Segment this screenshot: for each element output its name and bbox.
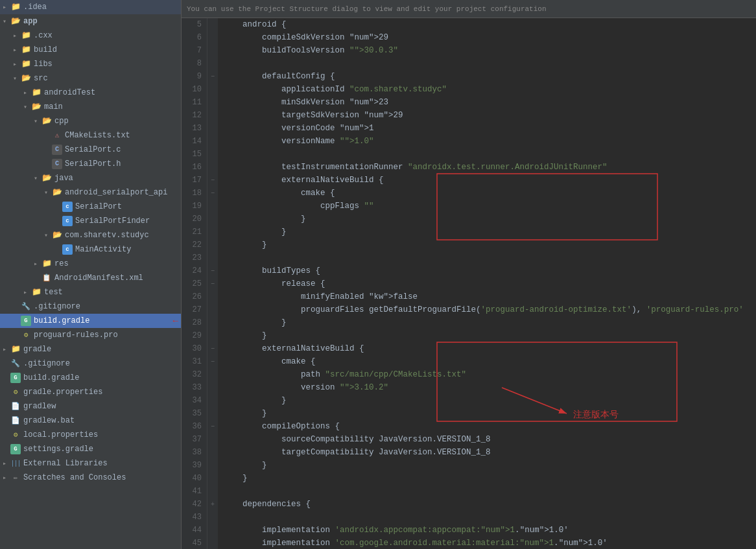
tree-label-SerialPortFinder: SerialPortFinder: [75, 216, 178, 226]
fold-open-31[interactable]: [207, 355, 218, 368]
sidebar-item-SerialPortFinder[interactable]: SerialPortFinder: [0, 214, 181, 228]
code-line-12: targetSdkVersion "num">29: [223, 109, 751, 122]
code-line-6: compileSdkVersion "num">29: [223, 31, 751, 44]
tree-arrow-androidTest[interactable]: [23, 89, 31, 97]
gradle-icon: [10, 373, 21, 383]
sidebar-item-settings_gradle[interactable]: settings.gradle: [0, 442, 181, 456]
tree-arrow-com_sharetv_studyc[interactable]: [44, 231, 52, 239]
tree-arrow-cxx[interactable]: [13, 32, 21, 40]
java-icon: [62, 202, 73, 212]
tree-arrow-external_libs[interactable]: [3, 460, 10, 467]
tree-arrow-app[interactable]: [3, 18, 10, 25]
tree-label-MainActivity: MainActivity: [75, 245, 178, 254]
tree-arrow-cpp[interactable]: [34, 117, 41, 125]
sidebar-item-app[interactable]: app: [0, 14, 181, 29]
fold-open-36[interactable]: [207, 420, 218, 433]
sidebar-item-gradlew[interactable]: gradlew: [0, 399, 181, 414]
code-line-31: cmake {: [223, 355, 751, 368]
sidebar-item-SerialPort_c[interactable]: SerialPort.c: [0, 143, 181, 157]
code-line-40: }: [223, 472, 751, 485]
tree-arrow-res[interactable]: [34, 260, 41, 268]
sidebar-item-build_gradle_root[interactable]: build.gradle: [0, 371, 181, 385]
sidebar-item-gitignore_root[interactable]: .gitignore: [0, 356, 181, 371]
properties-icon: [10, 430, 21, 440]
bat-icon: [10, 415, 21, 426]
tree-label-app: app: [23, 17, 178, 26]
sidebar-item-com_sharetv_studyc[interactable]: com.sharetv.studyc: [0, 228, 181, 242]
tree-label-com_sharetv_studyc: com.sharetv.studyc: [65, 231, 178, 240]
cmake-icon: [52, 130, 62, 141]
scratch-icon: [10, 473, 21, 483]
code-line-30: externalNativeBuild {: [223, 342, 751, 355]
code-line-8: [223, 57, 751, 70]
sidebar-item-main[interactable]: main: [0, 100, 181, 114]
tree-arrow-gradle[interactable]: [3, 345, 10, 353]
code-line-7: buildToolsVersion "">30.0.3": [223, 44, 751, 57]
sidebar-item-idea[interactable]: .idea: [0, 0, 181, 14]
code-line-5: android {: [223, 18, 751, 31]
sidebar-item-android_serialport_api[interactable]: android_serialport_api: [0, 185, 181, 200]
sidebar-item-local_properties[interactable]: local.properties: [0, 428, 181, 442]
gradle-icon: [10, 444, 21, 454]
tree-label-gitignore_root: .gitignore: [23, 359, 178, 368]
fold-open-25[interactable]: [207, 277, 218, 290]
tree-label-build_gradle_root: build.gradle: [23, 373, 178, 382]
code-line-27: proguardFiles getDefaultProguardFile('pr…: [223, 303, 751, 316]
code-line-15: [223, 148, 751, 161]
tree-label-gradlew: gradlew: [23, 402, 178, 411]
sidebar-item-test[interactable]: test: [0, 285, 181, 299]
fold-closed-42[interactable]: [207, 498, 218, 511]
tree-arrow-main[interactable]: [23, 103, 31, 111]
tree-label-gradle: gradle: [23, 345, 178, 354]
tree-label-CMakeLists: CMakeLists.txt: [65, 131, 178, 140]
code-line-10: applicationId "com.sharetv.studyc": [223, 83, 751, 96]
tree-arrow-java[interactable]: [34, 174, 41, 182]
code-container[interactable]: 5678910111213141516171819202122232425262…: [182, 18, 756, 549]
code-line-28: }: [223, 316, 751, 329]
sidebar-item-src[interactable]: src: [0, 71, 181, 86]
folder-icon: [21, 30, 31, 41]
code-line-42: dependencies {: [223, 498, 751, 511]
code-line-33: version "">3.10.2": [223, 381, 751, 394]
tree-arrow-libs[interactable]: [13, 60, 21, 68]
sidebar-item-SerialPort[interactable]: SerialPort: [0, 200, 181, 214]
ext-lib-icon: [10, 458, 21, 469]
tree-label-build_gradle: build.gradle: [34, 316, 171, 325]
tree-arrow-build[interactable]: [13, 46, 21, 54]
sidebar-item-res[interactable]: res: [0, 257, 181, 271]
tree-arrow-idea[interactable]: [3, 3, 10, 11]
sidebar-item-SerialPort_h[interactable]: SerialPort.h: [0, 157, 181, 171]
sidebar-item-java[interactable]: java: [0, 171, 181, 185]
fold-open-30[interactable]: [207, 342, 218, 355]
sidebar-item-CMakeLists[interactable]: CMakeLists.txt: [0, 128, 181, 143]
sidebar-item-cpp[interactable]: cpp: [0, 114, 181, 128]
fold-open-18[interactable]: [207, 187, 218, 200]
sidebar-item-MainActivity[interactable]: MainActivity: [0, 242, 181, 257]
sidebar-item-gradlew_bat[interactable]: gradlew.bat: [0, 414, 181, 428]
fold-open-9[interactable]: [207, 70, 218, 83]
tree-label-libs: libs: [34, 60, 178, 69]
sidebar-item-cxx[interactable]: .cxx: [0, 29, 181, 43]
tree-label-gradlew_bat: gradlew.bat: [23, 416, 178, 425]
sidebar-item-libs[interactable]: libs: [0, 57, 181, 71]
tree-arrow-test[interactable]: [23, 288, 31, 296]
sidebar-item-androidTest[interactable]: androidTest: [0, 86, 181, 100]
folder-icon: [10, 344, 21, 355]
tree-arrow-android_serialport_api[interactable]: [44, 189, 52, 196]
sidebar-item-gitignore_app[interactable]: .gitignore: [0, 299, 181, 314]
sidebar-item-external_libs[interactable]: External Libraries: [0, 456, 181, 471]
tree-arrow-scratches[interactable]: [3, 474, 10, 482]
sidebar-item-scratches[interactable]: Scratches and Consoles: [0, 471, 181, 485]
sidebar-item-gradle_properties[interactable]: gradle.properties: [0, 385, 181, 399]
sidebar-item-proguard[interactable]: proguard-rules.pro: [0, 328, 181, 342]
fold-open-17[interactable]: [207, 174, 218, 187]
file-tree[interactable]: .ideaapp.cxxbuildlibssrcandroidTestmainc…: [0, 0, 182, 549]
tree-arrow-src[interactable]: [13, 75, 21, 82]
sidebar-item-gradle[interactable]: gradle: [0, 342, 181, 356]
c-icon: [52, 145, 62, 155]
fold-open-24[interactable]: [207, 264, 218, 277]
sidebar-item-build[interactable]: build: [0, 43, 181, 57]
editor-header-text: You can use the Project Structure dialog…: [187, 5, 547, 13]
sidebar-item-build_gradle[interactable]: build.gradle←: [0, 314, 181, 328]
sidebar-item-AndroidManifest[interactable]: AndroidManifest.xml: [0, 271, 181, 285]
